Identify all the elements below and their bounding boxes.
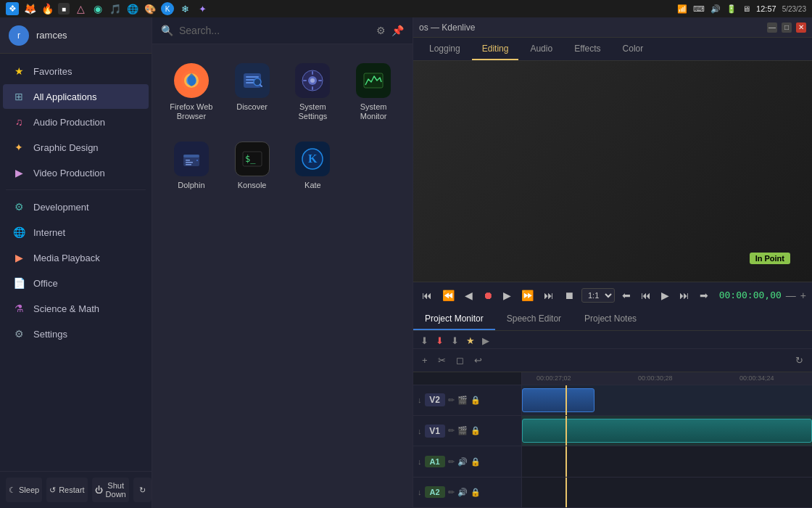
mixer-icon-2[interactable]: ⬇ <box>434 334 445 348</box>
a2-edit-btn[interactable]: ✏ <box>448 488 455 497</box>
playback-skip-forward-button[interactable]: ⏭ <box>541 288 557 303</box>
snow-taskbar-icon[interactable]: ❄ <box>178 2 191 15</box>
playback-play-button[interactable]: ▶ <box>500 288 514 303</box>
timeline-add-btn[interactable]: + <box>419 353 431 367</box>
v1-collapse-btn[interactable]: ↓ <box>418 427 422 435</box>
sidebar-item-media-playback[interactable]: ▶ Media Playback <box>3 245 149 270</box>
display-icon[interactable]: 🖥 <box>742 4 750 13</box>
search-pin-button[interactable]: 📌 <box>392 25 404 36</box>
mixer-icon-3[interactable]: ⬇ <box>450 334 460 348</box>
tab-audio[interactable]: Audio <box>520 38 563 60</box>
rewind-to-in-button[interactable]: ⏮ <box>638 288 654 303</box>
timeline-group-btn[interactable]: ◻ <box>453 353 467 367</box>
mixer-icon-4[interactable]: ★ <box>465 334 476 348</box>
close-button[interactable]: ✕ <box>796 22 806 33</box>
tab-color[interactable]: Color <box>613 38 654 60</box>
box-taskbar-icon[interactable]: ■ <box>58 3 70 15</box>
art-taskbar-icon[interactable]: 🎨 <box>144 2 157 15</box>
kde-taskbar-icon[interactable]: K <box>161 2 174 15</box>
v2-lock-btn[interactable]: 🔒 <box>471 396 481 405</box>
svg-rect-22 <box>196 160 198 161</box>
a1-edit-btn[interactable]: ✏ <box>448 457 455 467</box>
fire-taskbar-icon[interactable]: 🔥 <box>41 2 54 15</box>
tab-effects[interactable]: Effects <box>564 38 610 60</box>
refresh-button[interactable]: ↻ <box>133 478 152 502</box>
keyboard-icon[interactable]: ⌨ <box>693 4 705 14</box>
a1-volume-btn[interactable]: 🔊 <box>457 457 468 467</box>
mixer-icon-1[interactable]: ⬇ <box>419 334 430 348</box>
a2-lock-btn2[interactable]: 🔒 <box>471 488 481 497</box>
tab-project-monitor[interactable]: Project Monitor <box>413 308 495 330</box>
volume-icon[interactable]: 🔊 <box>710 4 721 14</box>
restart-button[interactable]: ↺ Restart <box>46 478 87 502</box>
app-item-system-monitor[interactable]: System Monitor <box>346 56 401 128</box>
a2-volume-btn[interactable]: 🔊 <box>457 488 468 497</box>
v1-lock-btn[interactable]: 🔒 <box>471 426 481 435</box>
playback-stop-button[interactable]: ⏹ <box>561 288 577 303</box>
timecode-plus-button[interactable]: + <box>800 290 806 301</box>
start-menu-btn[interactable]: ❖ <box>6 2 19 15</box>
v1-edit-btn[interactable]: ✏ <box>448 426 455 435</box>
music-taskbar-icon[interactable]: 🎵 <box>109 2 122 15</box>
globe-taskbar-icon[interactable]: 🌐 <box>126 2 139 15</box>
playback-rewind-button[interactable]: ⏪ <box>439 288 457 303</box>
ark-taskbar-icon[interactable]: △ <box>74 2 87 15</box>
a2-collapse-btn[interactable]: ↓ <box>418 488 422 496</box>
sidebar-item-development[interactable]: ⚙ Development <box>3 194 149 219</box>
track-label-a1: ↓ A1 ✏ 🔊 🔒 <box>413 446 521 477</box>
minimize-button[interactable]: — <box>767 22 777 33</box>
play-in-out-button[interactable]: ▶ <box>658 288 672 303</box>
sleep-button[interactable]: ☾ Sleep <box>6 478 42 502</box>
a1-collapse-btn[interactable]: ↓ <box>418 457 422 466</box>
sidebar-item-video-production[interactable]: ▶ Video Production <box>3 160 149 185</box>
tab-editing[interactable]: Editing <box>472 38 519 60</box>
playback-step-back-button[interactable]: ◀ <box>462 288 476 303</box>
tab-speech-editor[interactable]: Speech Editor <box>495 308 573 330</box>
svg-rect-14 <box>303 80 307 81</box>
app-item-dolphin[interactable]: Dolphin <box>164 134 219 197</box>
tab-project-notes[interactable]: Project Notes <box>573 308 648 330</box>
v2-edit-btn[interactable]: ✏ <box>448 396 455 405</box>
v2-cam-btn[interactable]: 🎬 <box>457 396 468 405</box>
forward-to-out-button[interactable]: ⏭ <box>676 288 692 303</box>
mixer-icon-5[interactable]: ▶ <box>481 334 491 348</box>
zoom-select[interactable]: 1:1 1:2 2:1 <box>581 288 615 303</box>
extra-taskbar-icon[interactable]: ✦ <box>196 2 209 15</box>
set-out-point-button[interactable]: ➡ <box>697 288 711 303</box>
sidebar-item-settings[interactable]: ⚙ Settings <box>3 321 149 346</box>
sidebar-item-audio-production[interactable]: ♫ Audio Production <box>3 110 149 134</box>
set-in-point-button[interactable]: ⬅ <box>619 288 634 303</box>
app-item-discover[interactable]: Discover <box>225 56 280 128</box>
app-item-konsole[interactable]: $_ Konsole <box>225 134 280 197</box>
sidebar-item-media-label: Media Playback <box>33 253 100 263</box>
app-item-system-settings[interactable]: System Settings <box>286 56 341 128</box>
tab-logging[interactable]: Logging <box>419 38 471 60</box>
search-input[interactable] <box>179 25 370 36</box>
shutdown-button[interactable]: ⏻ Shut Down <box>92 478 129 502</box>
firefox-taskbar-icon[interactable]: 🦊 <box>23 2 36 15</box>
timeline-razor-btn[interactable]: ✂ <box>435 353 449 367</box>
v2-collapse-btn[interactable]: ↓ <box>418 396 422 404</box>
sidebar-item-internet[interactable]: 🌐 Internet <box>3 220 149 245</box>
battery-icon[interactable]: 🔋 <box>726 4 737 14</box>
network-icon[interactable]: 📶 <box>677 4 687 14</box>
sidebar-item-favorites[interactable]: ★ Favorites <box>3 59 149 83</box>
a1-lock-btn2[interactable]: 🔒 <box>471 457 481 467</box>
v1-cam-btn[interactable]: 🎬 <box>457 426 468 435</box>
playback-skip-back-button[interactable]: ⏮ <box>419 288 435 303</box>
sidebar-item-graphic-design[interactable]: ✦ Graphic Design <box>3 135 149 160</box>
sidebar-item-science-math[interactable]: ⚗ Science & Math <box>3 296 149 321</box>
timeline-undo-btn[interactable]: ↩ <box>471 353 485 367</box>
timeline-refresh-btn[interactable]: ↻ <box>792 353 806 367</box>
app-item-kate[interactable]: K Kate <box>286 134 341 197</box>
app-item-firefox[interactable]: Firefox Web Browser <box>164 56 219 128</box>
playback-record-button[interactable]: ⏺ <box>480 288 496 303</box>
search-settings-button[interactable]: ⚙ <box>376 25 386 36</box>
sidebar-item-all-applications[interactable]: ⊞ All Applications <box>3 84 149 109</box>
circle-taskbar-icon[interactable]: ◉ <box>91 2 104 15</box>
playback-forward-button[interactable]: ⏩ <box>518 288 536 303</box>
clip-v2-1[interactable] <box>522 388 594 412</box>
maximize-button[interactable]: □ <box>782 22 792 33</box>
timecode-minus-button[interactable]: — <box>786 290 796 301</box>
sidebar-item-office[interactable]: 📄 Office <box>3 271 149 295</box>
